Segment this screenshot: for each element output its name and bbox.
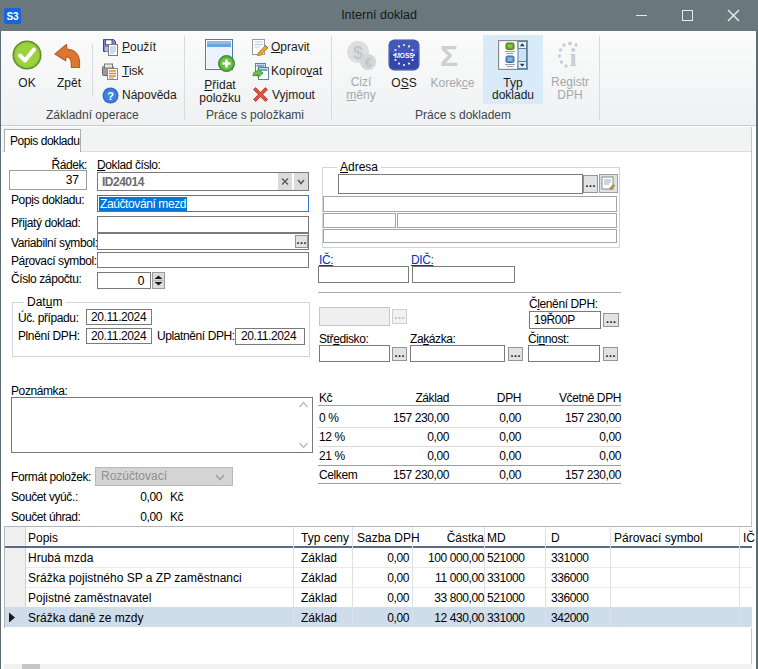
svg-text:?: ?: [107, 90, 114, 102]
svg-text:Σ: Σ: [440, 39, 458, 71]
svg-text:i: i: [569, 43, 576, 71]
svg-text:€: €: [365, 56, 372, 70]
